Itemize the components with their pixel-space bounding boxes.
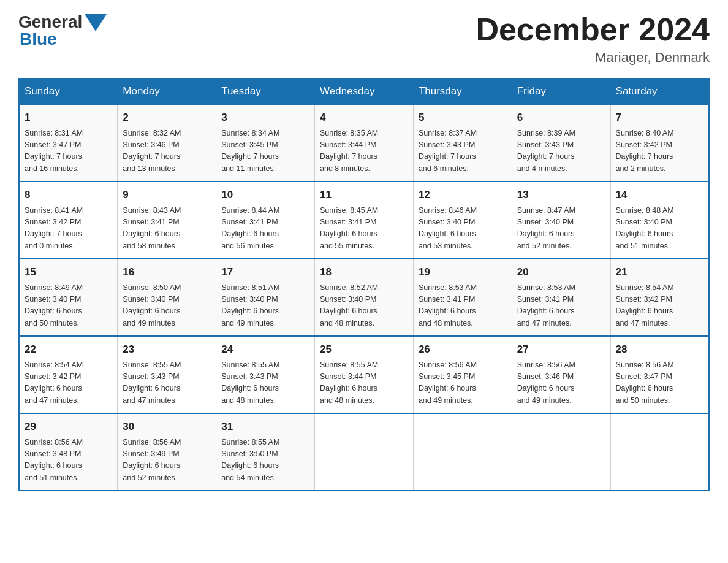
day-info: Sunrise: 8:54 AMSunset: 3:42 PMDaylight:… [616,283,674,327]
day-header-saturday: Saturday [610,79,709,104]
calendar-cell: 17Sunrise: 8:51 AMSunset: 3:40 PMDayligh… [216,259,315,336]
day-info: Sunrise: 8:37 AMSunset: 3:43 PMDaylight:… [419,129,477,173]
calendar-cell: 3Sunrise: 8:34 AMSunset: 3:45 PMDaylight… [216,104,315,182]
calendar-cell: 23Sunrise: 8:55 AMSunset: 3:43 PMDayligh… [118,336,216,413]
day-number: 28 [616,342,703,358]
calendar-cell: 7Sunrise: 8:40 AMSunset: 3:42 PMDaylight… [610,104,709,182]
day-number: 1 [25,110,112,126]
day-info: Sunrise: 8:56 AMSunset: 3:47 PMDaylight:… [616,361,674,405]
day-number: 8 [25,187,112,203]
calendar-cell: 1Sunrise: 8:31 AMSunset: 3:47 PMDaylight… [19,104,118,182]
logo-blue-text: Blue [20,29,57,49]
day-number: 27 [517,342,605,358]
day-info: Sunrise: 8:48 AMSunset: 3:40 PMDaylight:… [616,206,674,250]
month-title: December 2024 [476,12,710,47]
day-header-monday: Monday [118,79,216,104]
calendar-cell: 31Sunrise: 8:55 AMSunset: 3:50 PMDayligh… [216,413,315,491]
day-info: Sunrise: 8:49 AMSunset: 3:40 PMDaylight:… [25,283,83,327]
calendar-cell: 16Sunrise: 8:50 AMSunset: 3:40 PMDayligh… [118,259,216,336]
day-header-sunday: Sunday [19,79,118,104]
day-number: 31 [221,419,309,435]
calendar-cell [512,413,610,491]
calendar-cell: 13Sunrise: 8:47 AMSunset: 3:40 PMDayligh… [512,182,610,259]
day-number: 18 [320,264,408,280]
day-number: 23 [123,342,211,358]
calendar-cell: 22Sunrise: 8:54 AMSunset: 3:42 PMDayligh… [19,336,118,413]
day-info: Sunrise: 8:35 AMSunset: 3:44 PMDaylight:… [320,129,378,173]
calendar-cell: 30Sunrise: 8:56 AMSunset: 3:49 PMDayligh… [118,413,216,491]
day-info: Sunrise: 8:53 AMSunset: 3:41 PMDaylight:… [517,283,575,327]
calendar-cell: 24Sunrise: 8:55 AMSunset: 3:43 PMDayligh… [216,336,315,413]
calendar-week-row: 22Sunrise: 8:54 AMSunset: 3:42 PMDayligh… [19,336,709,413]
calendar-cell [610,413,709,491]
day-number: 15 [25,264,112,280]
calendar-cell: 14Sunrise: 8:48 AMSunset: 3:40 PMDayligh… [610,182,709,259]
day-number: 3 [221,110,309,126]
calendar-cell: 9Sunrise: 8:43 AMSunset: 3:41 PMDaylight… [118,182,216,259]
calendar-cell: 27Sunrise: 8:56 AMSunset: 3:46 PMDayligh… [512,336,610,413]
calendar-cell: 5Sunrise: 8:37 AMSunset: 3:43 PMDaylight… [413,104,512,182]
day-info: Sunrise: 8:45 AMSunset: 3:41 PMDaylight:… [320,206,378,250]
day-number: 26 [419,342,507,358]
day-number: 30 [123,419,211,435]
day-number: 20 [517,264,605,280]
day-info: Sunrise: 8:40 AMSunset: 3:42 PMDaylight:… [616,129,674,173]
day-number: 13 [517,187,605,203]
day-number: 29 [25,419,112,435]
calendar-header: SundayMondayTuesdayWednesdayThursdayFrid… [19,79,709,104]
day-number: 12 [419,187,507,203]
day-info: Sunrise: 8:39 AMSunset: 3:43 PMDaylight:… [517,129,575,173]
calendar-body: 1Sunrise: 8:31 AMSunset: 3:47 PMDaylight… [19,104,709,491]
day-number: 16 [123,264,211,280]
page-header: General Blue December 2024 Mariager, Den… [18,12,710,66]
calendar-cell: 18Sunrise: 8:52 AMSunset: 3:40 PMDayligh… [315,259,414,336]
calendar-cell: 11Sunrise: 8:45 AMSunset: 3:41 PMDayligh… [315,182,414,259]
calendar-cell: 26Sunrise: 8:56 AMSunset: 3:45 PMDayligh… [413,336,512,413]
calendar-cell: 12Sunrise: 8:46 AMSunset: 3:40 PMDayligh… [413,182,512,259]
day-number: 21 [616,264,703,280]
day-number: 10 [221,187,309,203]
day-info: Sunrise: 8:55 AMSunset: 3:43 PMDaylight:… [123,361,181,405]
day-number: 7 [616,110,703,126]
day-number: 22 [25,342,112,358]
day-header-wednesday: Wednesday [315,79,414,104]
calendar-table: SundayMondayTuesdayWednesdayThursdayFrid… [18,78,710,491]
calendar-week-row: 1Sunrise: 8:31 AMSunset: 3:47 PMDaylight… [19,104,709,182]
calendar-cell: 4Sunrise: 8:35 AMSunset: 3:44 PMDaylight… [315,104,414,182]
day-info: Sunrise: 8:54 AMSunset: 3:42 PMDaylight:… [25,361,83,405]
day-number: 9 [123,187,211,203]
day-info: Sunrise: 8:34 AMSunset: 3:45 PMDaylight:… [221,129,279,173]
logo-triangle-icon [85,14,107,31]
calendar-cell: 15Sunrise: 8:49 AMSunset: 3:40 PMDayligh… [19,259,118,336]
day-info: Sunrise: 8:56 AMSunset: 3:45 PMDaylight:… [419,361,477,405]
day-number: 19 [419,264,507,280]
day-info: Sunrise: 8:44 AMSunset: 3:41 PMDaylight:… [221,206,279,250]
calendar-cell: 20Sunrise: 8:53 AMSunset: 3:41 PMDayligh… [512,259,610,336]
day-number: 24 [221,342,309,358]
calendar-week-row: 8Sunrise: 8:41 AMSunset: 3:42 PMDaylight… [19,182,709,259]
calendar-cell: 29Sunrise: 8:56 AMSunset: 3:48 PMDayligh… [19,413,118,491]
day-info: Sunrise: 8:46 AMSunset: 3:40 PMDaylight:… [419,206,477,250]
day-number: 5 [419,110,507,126]
day-number: 17 [221,264,309,280]
day-info: Sunrise: 8:31 AMSunset: 3:47 PMDaylight:… [25,129,83,173]
day-info: Sunrise: 8:32 AMSunset: 3:46 PMDaylight:… [123,129,181,173]
day-info: Sunrise: 8:55 AMSunset: 3:50 PMDaylight:… [221,438,279,482]
day-header-friday: Friday [512,79,610,104]
calendar-cell: 2Sunrise: 8:32 AMSunset: 3:46 PMDaylight… [118,104,216,182]
logo: General Blue [18,12,107,49]
day-number: 25 [320,342,408,358]
calendar-cell: 25Sunrise: 8:55 AMSunset: 3:44 PMDayligh… [315,336,414,413]
calendar-cell: 19Sunrise: 8:53 AMSunset: 3:41 PMDayligh… [413,259,512,336]
day-info: Sunrise: 8:55 AMSunset: 3:43 PMDaylight:… [221,361,279,405]
calendar-week-row: 29Sunrise: 8:56 AMSunset: 3:48 PMDayligh… [19,413,709,491]
calendar-cell: 6Sunrise: 8:39 AMSunset: 3:43 PMDaylight… [512,104,610,182]
day-info: Sunrise: 8:56 AMSunset: 3:49 PMDaylight:… [123,438,181,482]
day-number: 4 [320,110,408,126]
day-info: Sunrise: 8:52 AMSunset: 3:40 PMDaylight:… [320,283,378,327]
calendar-cell [315,413,414,491]
location-label: Mariager, Denmark [476,50,710,66]
day-info: Sunrise: 8:51 AMSunset: 3:40 PMDaylight:… [221,283,279,327]
day-header-thursday: Thursday [413,79,512,104]
day-info: Sunrise: 8:41 AMSunset: 3:42 PMDaylight:… [25,206,83,250]
